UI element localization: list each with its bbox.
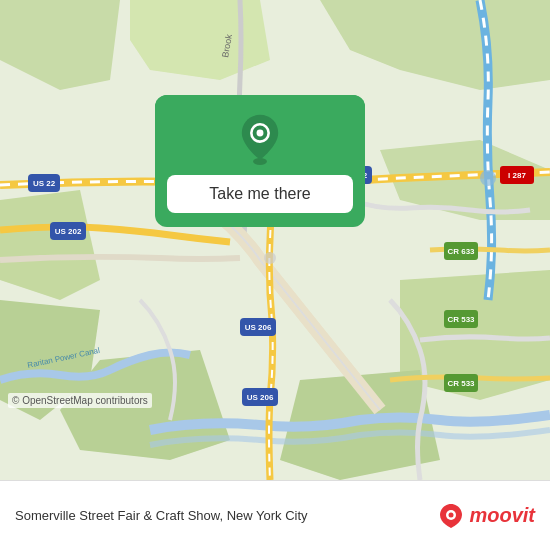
svg-point-36 — [449, 512, 454, 517]
svg-text:US 206: US 206 — [247, 393, 274, 402]
svg-point-11 — [480, 170, 496, 186]
svg-text:US 206: US 206 — [245, 323, 272, 332]
moovit-pin-icon — [437, 502, 465, 530]
svg-text:CR 533: CR 533 — [447, 379, 475, 388]
location-popup: Take me there — [155, 95, 365, 227]
svg-point-10 — [264, 252, 276, 264]
svg-text:CR 533: CR 533 — [447, 315, 475, 324]
svg-text:I 287: I 287 — [508, 171, 526, 180]
map-view[interactable]: US 22 US 22 US 202 US 206 US 206 I 287 C… — [0, 0, 550, 480]
location-label: Somerville Street Fair & Craft Show, New… — [15, 508, 437, 523]
moovit-brand-text: moovit — [469, 504, 535, 527]
map-pin-icon — [234, 113, 286, 165]
take-me-there-button[interactable]: Take me there — [167, 175, 353, 213]
svg-text:US 202: US 202 — [55, 227, 82, 236]
bottom-info-bar: Somerville Street Fair & Craft Show, New… — [0, 480, 550, 550]
moovit-logo: moovit — [437, 502, 535, 530]
svg-text:US 22: US 22 — [33, 179, 56, 188]
map-copyright: © OpenStreetMap contributors — [8, 393, 152, 408]
svg-point-34 — [257, 129, 264, 136]
popup-icon-area — [155, 95, 365, 175]
svg-text:CR 633: CR 633 — [447, 247, 475, 256]
svg-marker-2 — [130, 0, 270, 80]
